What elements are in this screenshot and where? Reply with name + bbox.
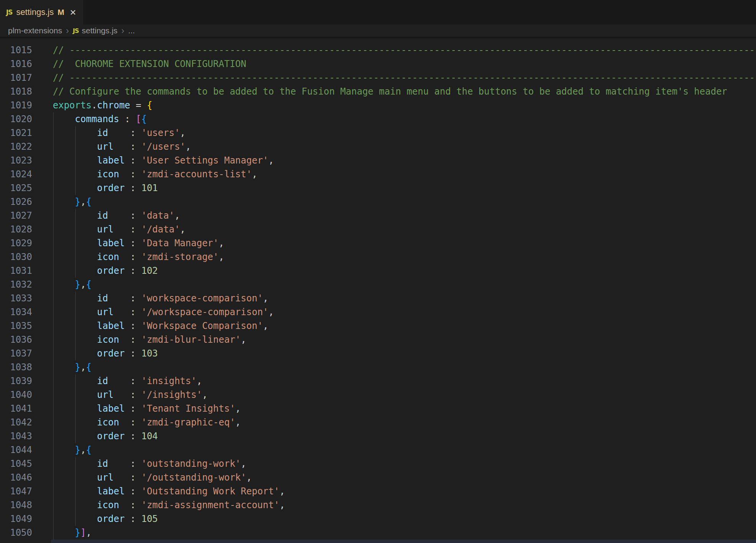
code-line[interactable]: 1038 },{ [0, 360, 756, 374]
code-token: : [119, 334, 141, 345]
code-line[interactable]: 1023 label : 'User Settings Manager', [0, 154, 756, 167]
code-content: },{ [53, 195, 91, 209]
code-line[interactable]: 1035 label : 'Workspace Comparison', [0, 319, 756, 333]
code-line[interactable]: 1043 order : 104 [0, 429, 756, 443]
code-token: 103 [141, 348, 158, 359]
code-line[interactable]: 1024 icon : 'zmdi-accounts-list', [0, 167, 756, 181]
code-content: url : '/users', [53, 140, 191, 154]
indent-guide [53, 347, 54, 360]
code-line[interactable]: 1019exports.chrome = { [0, 98, 756, 112]
code-line[interactable]: 1028 url : '/data', [0, 222, 756, 236]
line-number: 1049 [0, 512, 32, 526]
code-line[interactable]: 1017// ---------------------------------… [0, 71, 756, 85]
code-token: id [97, 458, 108, 469]
code-token: , [80, 362, 86, 373]
code-line[interactable]: 1046 url : '/outstanding-work', [0, 471, 756, 484]
code-line[interactable]: 1049 order : 105 [0, 512, 756, 526]
code-line[interactable]: 1030 icon : 'zmdi-storage', [0, 250, 756, 264]
code-line[interactable]: 1036 icon : 'zmdi-blur-linear', [0, 333, 756, 347]
code-token [53, 500, 97, 510]
code-token: 105 [141, 514, 158, 524]
code-line[interactable]: 1047 label : 'Outstanding Work Report', [0, 484, 756, 498]
code-token: , [263, 321, 268, 331]
code-line[interactable]: 1026 },{ [0, 195, 756, 209]
code-content: },{ [53, 443, 91, 457]
code-line[interactable]: 1037 order : 103 [0, 347, 756, 360]
code-token: icon [97, 334, 119, 345]
code-line[interactable]: 1034 url : '/workspace-comparison', [0, 305, 756, 319]
code-content: order : 102 [53, 264, 158, 278]
code-token: , [279, 486, 285, 497]
code-line[interactable]: 1025 order : 101 [0, 181, 756, 195]
code-token: : [125, 155, 141, 166]
code-token: : [125, 265, 141, 276]
code-line[interactable]: 1039 id : 'insights', [0, 374, 756, 388]
code-token: // CHOROME EXTENSION CONFIGURATION [53, 59, 246, 69]
code-content: icon : 'zmdi-assignment-account', [53, 498, 285, 512]
indent-guide [75, 512, 76, 526]
code-line[interactable]: 1020 commands : [{ [0, 112, 756, 126]
code-line[interactable]: 1048 icon : 'zmdi-assignment-account', [0, 498, 756, 512]
code-token: // Configure the commands to be added to… [53, 86, 727, 97]
code-line[interactable]: 1022 url : '/users', [0, 140, 756, 154]
code-line[interactable]: 1040 url : '/insights', [0, 388, 756, 402]
line-number: 1041 [0, 402, 32, 415]
code-line[interactable]: 1018// Configure the commands to be adde… [0, 85, 756, 98]
breadcrumb-item-folder[interactable]: plm-extensions [8, 26, 62, 35]
code-token [53, 238, 97, 249]
code-line[interactable]: 1027 id : 'data', [0, 209, 756, 222]
code-content: label : 'Tenant Insights', [53, 402, 241, 415]
code-line[interactable]: 1029 label : 'Data Manager', [0, 236, 756, 250]
indent-guide [53, 195, 54, 209]
code-line[interactable]: 1042 icon : 'zmdi-graphic-eq', [0, 415, 756, 429]
code-token: url [97, 141, 114, 152]
code-content: order : 103 [53, 347, 158, 360]
line-number: 1018 [0, 85, 32, 98]
code-content: icon : 'zmdi-graphic-eq', [53, 415, 241, 429]
code-token: url [97, 307, 114, 317]
code-line[interactable]: 1031 order : 102 [0, 264, 756, 278]
code-token [53, 514, 97, 524]
code-token: commands [75, 114, 119, 124]
code-line[interactable]: 1045 id : 'outstanding-work', [0, 457, 756, 471]
line-number: 1029 [0, 236, 32, 250]
code-line[interactable]: 1021 id : 'users', [0, 126, 756, 140]
code-line[interactable]: 1015// ---------------------------------… [0, 43, 756, 57]
code-editor[interactable]: 1015// ---------------------------------… [0, 37, 756, 543]
indent-guide [53, 512, 54, 526]
code-token: , [202, 389, 207, 400]
code-token: 101 [141, 183, 158, 193]
code-token: : [125, 486, 141, 497]
breadcrumb-item-file[interactable]: settings.js [82, 26, 117, 35]
tab-close-icon[interactable]: ✕ [70, 8, 77, 16]
code-content: id : 'users', [53, 126, 186, 140]
code-line[interactable]: 1044 },{ [0, 443, 756, 457]
code-line[interactable]: 1050 }], [0, 526, 756, 540]
code-token: , [235, 403, 241, 414]
indent-guide [75, 154, 76, 167]
code-token: : [125, 431, 141, 442]
code-token: 'Data Manager' [141, 238, 218, 249]
code-token: : [108, 210, 142, 221]
breadcrumb-item-symbol[interactable]: ... [128, 26, 135, 35]
code-line[interactable]: 1032 },{ [0, 278, 756, 291]
line-number: 1020 [0, 112, 32, 126]
line-number: 1037 [0, 347, 32, 360]
tab-settings-js[interactable]: JS settings.js M ✕ [0, 0, 83, 25]
code-token [53, 348, 97, 359]
indent-guide [75, 236, 76, 250]
indent-guide [75, 429, 76, 443]
code-token: , [180, 128, 185, 138]
code-line[interactable]: 1041 label : 'Tenant Insights', [0, 402, 756, 415]
line-number: 1026 [0, 195, 32, 209]
code-token: : [125, 514, 141, 524]
code-line[interactable]: 1033 id : 'workspace-comparison', [0, 291, 756, 305]
indent-guide [75, 415, 76, 429]
code-token: id [97, 293, 108, 304]
code-token [53, 141, 97, 152]
indent-guide [75, 181, 76, 195]
code-line[interactable]: 1016// CHOROME EXTENSION CONFIGURATION [0, 57, 756, 71]
code-token: , [263, 293, 268, 304]
code-token: : [119, 114, 135, 124]
indent-guide [53, 402, 54, 415]
